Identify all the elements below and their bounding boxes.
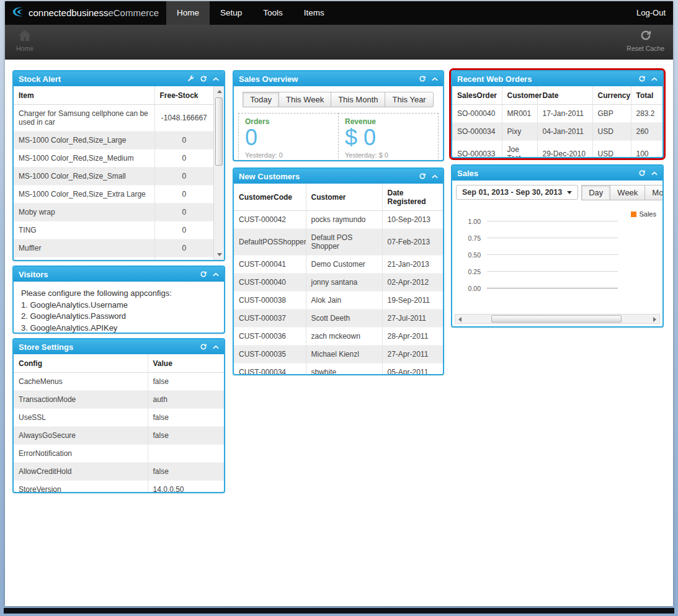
- reset-cache-button[interactable]: Reset Cache: [627, 29, 664, 52]
- stock-row[interactable]: Charger for Samsung cellphone can be use…: [14, 105, 213, 132]
- customer-row[interactable]: CUST-000036 zach mckeown 28-Apr-2011: [234, 328, 443, 346]
- refresh-icon[interactable]: [200, 343, 207, 350]
- refresh-icon[interactable]: [200, 270, 207, 278]
- refresh-icon[interactable]: [419, 172, 426, 180]
- column-header[interactable]: Date Registered: [382, 184, 443, 211]
- date-registered-cell: 19-Sep-2011: [382, 292, 443, 310]
- sales-order-cell: SO-000033: [452, 141, 502, 159]
- setting-row[interactable]: AllowCreditHold false: [14, 463, 224, 481]
- gridline: [487, 238, 618, 238]
- stock-row[interactable]: TING 0: [14, 221, 213, 239]
- config-key-cell: AllowCreditHold: [14, 463, 148, 481]
- scrollbar-thumb[interactable]: [491, 315, 622, 323]
- customer-row[interactable]: CUST-000038 Alok Jain 19-Sep-2011: [234, 292, 443, 310]
- stock-row[interactable]: MS-1000 Color_Red,Size_Small 0: [14, 167, 213, 185]
- setting-row[interactable]: AlwaysGoSecure false: [14, 427, 224, 445]
- period-tab[interactable]: This Week: [279, 92, 331, 107]
- stock-row[interactable]: Moby wrap 0: [14, 203, 213, 221]
- granularity-tab[interactable]: Month: [645, 185, 662, 200]
- scroll-right-arrow[interactable]: [649, 315, 659, 323]
- refresh-icon[interactable]: [638, 169, 646, 177]
- column-header[interactable]: Total: [631, 86, 662, 105]
- config-key-cell: AlwaysGoSecure: [14, 427, 148, 445]
- scrollbar-thumb[interactable]: [215, 97, 223, 166]
- period-tab[interactable]: This Year: [385, 92, 433, 107]
- column-header[interactable]: Value: [148, 354, 224, 373]
- sales-chart: 1.00 0.75 0.50: [457, 213, 658, 297]
- customer-row[interactable]: CUST-000037 Scott Deeth 27-Jul-2011: [234, 310, 443, 328]
- order-row[interactable]: SO-000040 MR001 17-Jan-2011 GBP 283.2: [452, 105, 662, 123]
- collapse-chevron-icon[interactable]: [651, 171, 658, 176]
- config-value-cell: false: [148, 409, 224, 427]
- column-header[interactable]: Date: [537, 86, 592, 105]
- stock-row[interactable]: MS-1000 Color_Red,Size_Extra Large 0: [14, 185, 213, 203]
- setting-row[interactable]: CacheMenus false: [14, 373, 224, 391]
- column-header-item[interactable]: Item: [14, 86, 154, 105]
- collapse-chevron-icon[interactable]: [213, 77, 219, 81]
- total-cell: 283.2: [631, 105, 662, 123]
- free-stock-cell: 0: [154, 185, 213, 203]
- home-toolbar-button[interactable]: Home: [16, 29, 33, 52]
- collapse-chevron-icon[interactable]: [213, 272, 219, 277]
- item-name-cell: Tail Pipe: [14, 257, 154, 261]
- customer-name-cell: zach mckeown: [306, 328, 382, 346]
- setting-row[interactable]: ErrorNotification: [14, 445, 224, 463]
- scroll-left-arrow[interactable]: [455, 315, 465, 323]
- stock-row[interactable]: MS-1000 Color_Red,Size_Medium 0: [14, 150, 213, 167]
- y-tick-label: 1.00: [457, 218, 487, 225]
- customer-row[interactable]: CUST-000035 Michael Kienzl 27-Apr-2011: [234, 346, 443, 364]
- scroll-down-arrow[interactable]: [214, 249, 224, 260]
- settings-wrench-icon[interactable]: [187, 75, 194, 83]
- customer-row[interactable]: DefaultPOSShopper Default POS Shopper 07…: [234, 229, 443, 256]
- nav-item[interactable]: Items: [293, 1, 335, 25]
- free-stock-cell: 0: [154, 167, 213, 185]
- nav-item[interactable]: Tools: [252, 1, 293, 25]
- setting-row[interactable]: StoreVersion 14.0.0.50: [14, 481, 224, 494]
- customer-code-cell: CUST-000041: [234, 256, 306, 274]
- order-row[interactable]: SO-000033 Joe Test 29-Dec-2010 USD 100: [452, 141, 662, 159]
- date-registered-cell: 27-Jul-2011: [382, 310, 443, 328]
- column-header[interactable]: Customer: [306, 184, 382, 211]
- collapse-chevron-icon[interactable]: [432, 174, 438, 179]
- period-tab[interactable]: Today: [243, 92, 279, 107]
- vertical-scrollbar[interactable]: [213, 86, 224, 260]
- column-header[interactable]: SalesOrder: [452, 86, 502, 105]
- collapse-chevron-icon[interactable]: [213, 345, 219, 349]
- customer-row[interactable]: CUST-000042 pocks raymundo 10-Sep-2013: [234, 211, 443, 229]
- granularity-tab[interactable]: Day: [581, 185, 610, 200]
- date-range-dropdown[interactable]: Sep 01, 2013 - Sep 30, 2013: [456, 185, 578, 200]
- logout-link[interactable]: Log-Out: [636, 1, 666, 25]
- new-customers-panel: New Customers CustomerCode Customer Date…: [233, 167, 444, 375]
- column-header[interactable]: Currency: [592, 86, 631, 105]
- refresh-icon[interactable]: [200, 75, 207, 83]
- customer-row[interactable]: CUST-000041 Demo Customer 21-Jan-2013: [234, 256, 443, 274]
- customer-row[interactable]: CUST-000034 sbwhite 05-Apr-2011: [234, 364, 443, 376]
- nav-item[interactable]: Setup: [210, 1, 252, 25]
- period-tab[interactable]: This Month: [331, 92, 385, 107]
- sales-controls: Sep 01, 2013 - Sep 30, 2013 Day Week Mon…: [452, 181, 662, 203]
- config-instruction-line: Please configure the following appconfig…: [21, 288, 216, 300]
- column-header[interactable]: Customer: [502, 86, 537, 105]
- setting-row[interactable]: TransactionMode auth: [14, 391, 224, 409]
- setting-row[interactable]: UseSSL false: [14, 409, 224, 427]
- column-header-free-stock[interactable]: Free-Stock: [154, 86, 213, 105]
- column-header[interactable]: CustomerCode: [234, 184, 306, 211]
- stock-row[interactable]: Muffler 0: [14, 239, 213, 257]
- refresh-icon[interactable]: [419, 75, 426, 83]
- stock-row[interactable]: Tail Pipe 0: [14, 257, 213, 261]
- chart-tick-row: 0.75: [457, 230, 658, 246]
- collapse-chevron-icon[interactable]: [651, 77, 658, 81]
- customer-row[interactable]: CUST-000040 jonny santana 02-Apr-2012: [234, 274, 443, 292]
- refresh-icon[interactable]: [638, 75, 646, 83]
- granularity-tab[interactable]: Week: [610, 185, 645, 200]
- collapse-chevron-icon[interactable]: [432, 77, 438, 81]
- scroll-up-arrow[interactable]: [214, 86, 224, 97]
- free-stock-cell: 0: [154, 203, 213, 221]
- column-header[interactable]: Config: [14, 354, 148, 373]
- nav-item[interactable]: Home: [166, 1, 210, 25]
- order-row[interactable]: SO-000034 Pixy 04-Jan-2011 USD 260: [452, 123, 662, 141]
- stock-row[interactable]: MS-1000 Color_Red,Size_Large 0: [14, 132, 213, 150]
- horizontal-scrollbar[interactable]: [455, 314, 660, 324]
- ribbon-toolbar: Home Reset Cache: [5, 25, 673, 60]
- stat-yesterday: Yesterday: 0: [245, 151, 332, 159]
